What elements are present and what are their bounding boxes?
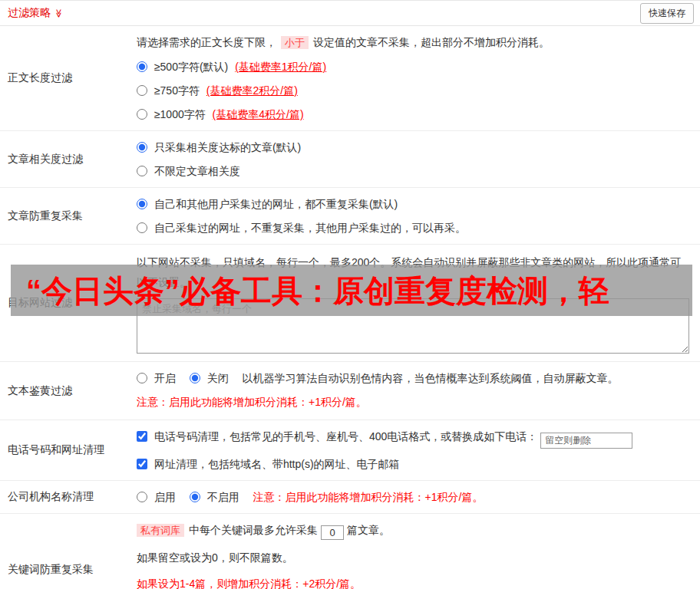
row-length-filter: 正文长度过滤 请选择需求的正文长度下限，小于设定值的文章不采集，超出部分不增加积… <box>0 26 700 131</box>
row-porn-filter: 文本鉴黄过滤 开启 关闭 以机器学习算法自动识别色情内容，当色情概率达到系统阈值… <box>0 362 700 420</box>
length-filter-content: 请选择需求的正文长度下限，小于设定值的文章不采集，超出部分不增加积分消耗。 ≥5… <box>137 26 700 130</box>
length-option-750-label: ≥750字符 <box>154 84 200 97</box>
company-filter-label: 公司机构名称清理 <box>0 481 137 513</box>
porn-filter-label: 文本鉴黄过滤 <box>0 362 137 420</box>
keyword-limit-suffix: 篇文章。 <box>347 524 390 536</box>
relevance-option-any[interactable]: 不限定文章相关度 <box>137 163 689 179</box>
intro-after: 设定值的文章不采集，超出部分不增加积分消耗。 <box>313 36 550 48</box>
dedup-filter-label: 文章防重复采集 <box>0 188 137 244</box>
length-filter-intro: 请选择需求的正文长度下限，小于设定值的文章不采集，超出部分不增加积分消耗。 <box>137 34 689 51</box>
private-lexicon-tag: 私有词库 <box>137 524 184 537</box>
quick-save-button[interactable]: 快速保存 <box>640 3 694 24</box>
company-option-on-label: 启用 <box>154 491 176 503</box>
porn-option-off[interactable]: 关闭 <box>190 372 232 384</box>
keyword-limit-input[interactable] <box>321 525 344 540</box>
keyword-filter-label: 关键词防重复采集 <box>0 514 137 589</box>
url-clean-line: 网址清理，包括纯域名、带http(s)的网址、电子邮箱 <box>137 456 689 472</box>
url-clean-label: 网址清理，包括纯域名、带http(s)的网址、电子邮箱 <box>154 458 400 470</box>
relevance-option-strict[interactable]: 只采集相关度达标的文章(默认) <box>137 139 689 156</box>
keyword-note-cost: 如果设为1-4篇，则增加积分消耗：+2积分/篇。 <box>137 575 689 589</box>
length-radio-750[interactable] <box>137 85 147 96</box>
intro-before: 请选择需求的正文长度下限， <box>137 36 276 48</box>
length-option-500-label: ≥500字符(默认) <box>154 61 228 73</box>
length-filter-label: 正文长度过滤 <box>0 26 137 130</box>
company-radio-off[interactable] <box>190 492 200 502</box>
dedup-option-global-label: 自己和其他用户采集过的网址，都不重复采集(默认) <box>154 198 398 210</box>
page-header: 过滤策略 ≫ 快速保存 <box>0 1 700 26</box>
clean-filter-content: 电话号码清理，包括常见的手机号、座机号、400电话格式，或替换成如下电话： 网址… <box>137 420 700 480</box>
company-option-on[interactable]: 启用 <box>137 491 179 503</box>
dedup-option-self[interactable]: 自己采集过的网址，不重复采集，其他用户采集过的，可以再采。 <box>137 219 689 236</box>
clean-filter-label: 电话号码和网址清理 <box>0 420 137 480</box>
keyword-limit-text: 中每个关键词最多允许采集 <box>189 524 318 536</box>
company-filter-content: 启用 不启用 注意：启用此功能将增加积分消耗：+1积分/篇。 <box>137 481 700 513</box>
length-option-500-cost-note: (基础费率1积分/篇) <box>235 61 326 73</box>
company-option-off-label: 不启用 <box>207 491 239 503</box>
collapse-chevron-icon[interactable]: ≫ <box>54 8 64 18</box>
replacement-phone-input[interactable] <box>540 433 632 449</box>
length-option-500[interactable]: ≥500字符(默认) (基础费率1积分/篇) <box>137 58 689 75</box>
watermark-banner: “今日头条”必备工具：原创重复度检测，轻 <box>11 265 692 316</box>
phone-clean-checkbox[interactable] <box>137 431 147 442</box>
relevance-option-strict-label: 只采集相关度达标的文章(默认) <box>154 141 301 153</box>
length-radio-500[interactable] <box>137 61 147 72</box>
phone-clean-label: 电话号码清理，包括常见的手机号、座机号、400电话格式，或替换成如下电话： <box>154 430 537 443</box>
length-option-1000-label: ≥1000字符 <box>154 108 206 120</box>
row-relevance-filter: 文章相关度过滤 只采集相关度达标的文章(默认) 不限定文章相关度 <box>0 131 700 188</box>
porn-filter-options: 开启 关闭 以机器学习算法自动识别色情内容，当色情概率达到系统阈值，自动屏蔽文章… <box>137 370 689 387</box>
porn-filter-desc: 以机器学习算法自动识别色情内容，当色情概率达到系统阈值，自动屏蔽文章。 <box>243 372 619 384</box>
length-option-1000[interactable]: ≥1000字符 (基础费率4积分/篇) <box>137 106 689 123</box>
length-radio-1000[interactable] <box>137 109 147 120</box>
relevance-filter-content: 只采集相关度达标的文章(默认) 不限定文章相关度 <box>137 131 700 187</box>
keyword-limit-line: 私有词库中每个关键词最多允许采集篇文章。 <box>137 522 689 540</box>
url-clean-checkbox[interactable] <box>137 459 147 469</box>
row-clean-filter: 电话号码和网址清理 电话号码清理，包括常见的手机号、座机号、400电话格式，或替… <box>0 420 700 481</box>
dedup-radio-global[interactable] <box>137 199 147 209</box>
company-filter-warning: 注意：启用此功能将增加积分消耗：+1积分/篇。 <box>253 491 484 503</box>
watermark-text: “今日头条”必备工具：原创重复度检测，轻 <box>26 275 609 306</box>
dedup-filter-content: 自己和其他用户采集过的网址，都不重复采集(默认) 自己采集过的网址，不重复采集，… <box>137 188 700 244</box>
length-option-750-cost-note: (基础费率2积分/篇) <box>206 84 298 97</box>
row-company-filter: 公司机构名称清理 启用 不启用 注意：启用此功能将增加积分消耗：+1积分/篇。 <box>0 481 700 514</box>
dedup-radio-self[interactable] <box>137 222 147 233</box>
page-title[interactable]: 过滤策略 ≫ <box>8 6 64 20</box>
porn-option-on[interactable]: 开启 <box>137 372 179 384</box>
relevance-radio-strict[interactable] <box>137 142 147 153</box>
porn-radio-on[interactable] <box>137 373 147 383</box>
length-option-1000-cost-note: (基础费率4积分/篇) <box>213 108 304 120</box>
company-option-off[interactable]: 不启用 <box>190 491 243 503</box>
keyword-note-zero: 如果留空或设为0，则不限篇数。 <box>137 549 689 566</box>
dedup-option-global[interactable]: 自己和其他用户采集过的网址，都不重复采集(默认) <box>137 196 689 212</box>
dedup-option-self-label: 自己采集过的网址，不重复采集，其他用户采集过的，可以再采。 <box>154 222 466 234</box>
row-dedup-filter: 文章防重复采集 自己和其他用户采集过的网址，都不重复采集(默认) 自己采集过的网… <box>0 188 700 245</box>
url-clean-option[interactable]: 网址清理，包括纯域名、带http(s)的网址、电子邮箱 <box>137 458 400 470</box>
porn-option-on-label: 开启 <box>154 372 176 384</box>
company-filter-options: 启用 不启用 注意：启用此功能将增加积分消耗：+1积分/篇。 <box>137 489 689 505</box>
page-title-text: 过滤策略 <box>8 6 51 20</box>
company-radio-on[interactable] <box>137 492 147 502</box>
relevance-option-any-label: 不限定文章相关度 <box>154 165 240 177</box>
phone-clean-line: 电话号码清理，包括常见的手机号、座机号、400电话格式，或替换成如下电话： <box>137 428 689 449</box>
relevance-radio-any[interactable] <box>137 166 147 176</box>
length-option-750[interactable]: ≥750字符 (基础费率2积分/篇) <box>137 82 689 99</box>
porn-filter-warning: 注意：启用此功能将增加积分消耗：+1积分/篇。 <box>137 393 689 410</box>
relevance-filter-label: 文章相关度过滤 <box>0 131 137 187</box>
phone-clean-option[interactable]: 电话号码清理，包括常见的手机号、座机号、400电话格式，或替换成如下电话： <box>137 430 540 443</box>
porn-filter-content: 开启 关闭 以机器学习算法自动识别色情内容，当色情概率达到系统阈值，自动屏蔽文章… <box>137 362 700 420</box>
porn-radio-off[interactable] <box>190 373 200 383</box>
less-than-tag: 小于 <box>281 36 309 49</box>
porn-option-off-label: 关闭 <box>207 372 229 384</box>
filter-settings-page: 过滤策略 ≫ 快速保存 正文长度过滤 请选择需求的正文长度下限，小于设定值的文章… <box>0 0 700 589</box>
keyword-filter-content: 私有词库中每个关键词最多允许采集篇文章。 如果留空或设为0，则不限篇数。 如果设… <box>137 514 700 589</box>
row-keyword-filter: 关键词防重复采集 私有词库中每个关键词最多允许采集篇文章。 如果留空或设为0，则… <box>0 514 700 589</box>
